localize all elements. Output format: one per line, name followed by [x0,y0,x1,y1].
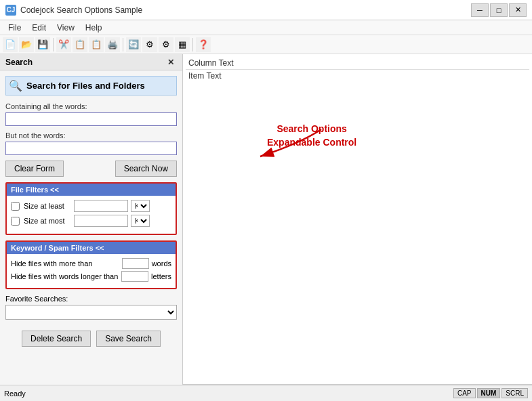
toolbar-sep2 [123,38,123,51]
bottom-buttons-row: Delete Search Save Search [5,331,177,347]
search-heading: 🔍 Search for Files and Folders [5,76,177,96]
size-at-most-label: Size at most [24,217,71,225]
hide-more-than-label: Hide files with more than [11,259,119,268]
size-at-most-input[interactable] [74,215,128,227]
toolbar-settings2[interactable]: ⚙ [159,37,173,52]
toolbar-print[interactable]: 🖨️ [105,37,120,52]
toolbar-sep1 [53,38,54,51]
keyword-filters-header[interactable]: Keyword / Spam Filters << [7,242,176,254]
notcontaining-input[interactable] [5,142,177,155]
annotation-text: Search Options Expandable Control [267,123,356,149]
toolbar-help[interactable]: ❓ [196,37,211,52]
favorite-label: Favorite Searches: [5,295,177,303]
containing-label: Containing all the words: [5,102,177,110]
column-text: Column Text [186,57,529,70]
toolbar-new[interactable]: 📄 [3,37,18,52]
size-at-least-unit[interactable]: KBMBGB [131,200,150,212]
containing-input[interactable] [5,112,177,126]
hide-longer-than-input[interactable] [121,271,148,282]
keyword-filters-section: Keyword / Spam Filters << Hide files wit… [5,240,177,289]
size-at-least-input[interactable] [74,200,128,212]
size-at-least-label: Size at least [24,202,71,210]
close-button[interactable]: ✕ [509,3,527,17]
toolbar-refresh[interactable]: 🔄 [126,37,141,52]
toolbar-open[interactable]: 📂 [19,37,34,52]
toolbar-paste[interactable]: 📋 [89,37,104,52]
menu-help[interactable]: Help [80,22,108,34]
keyword-filters-body: Hide files with more than words Hide fil… [7,254,176,288]
notcontaining-label: But not the words: [5,131,177,140]
toolbar-sep3 [192,38,193,51]
size-at-most-checkbox[interactable] [11,217,20,226]
hide-more-than-input[interactable] [122,258,149,269]
right-panel: Column Text Item Text Search Options Exp… [183,54,532,385]
menu-file[interactable]: File [3,22,26,34]
delete-search-button[interactable]: Delete Search [22,331,91,347]
minimize-button[interactable]: ─ [471,3,489,17]
favorite-select[interactable] [5,305,177,320]
maximize-button[interactable]: □ [490,3,508,17]
main-layout: Search ✕ 🔍 Search for Files and Folders … [0,54,532,385]
hide-more-than-row: Hide files with more than words [11,258,171,269]
cap-indicator: CAP [453,388,476,398]
title-bar: CJ Codejock Search Options Sample ─ □ ✕ [0,0,532,20]
window-controls: ─ □ ✕ [471,3,527,17]
num-indicator: NUM [477,388,501,398]
save-search-button[interactable]: Save Search [96,331,161,347]
item-text: Item Text [186,70,529,82]
search-panel: Search ✕ 🔍 Search for Files and Folders … [0,54,183,385]
annotation-container: Search Options Expandable Control [186,82,529,217]
panel-header: Search ✕ [0,54,182,70]
search-now-button[interactable]: Search Now [115,161,177,177]
words-unit: words [152,259,171,268]
size-at-least-row: Size at least KBMBGB [11,200,171,212]
file-filters-header[interactable]: File Filters << [7,184,176,196]
hide-longer-than-label: Hide files with words longer than [11,272,119,280]
file-filters-section: File Filters << Size at least KBMBGB [5,182,177,235]
app-icon: CJ [5,5,16,16]
toolbar-cut[interactable]: ✂️ [56,37,71,52]
status-indicators: CAP NUM SCRL [453,388,528,398]
menu-edit[interactable]: Edit [26,22,52,34]
favorite-searches-group: Favorite Searches: [5,295,177,325]
status-bar: Ready CAP NUM SCRL [0,385,532,401]
menu-view[interactable]: View [52,22,80,34]
clear-form-button[interactable]: Clear Form [5,161,64,177]
scrl-indicator: SCRL [502,388,528,398]
size-at-least-checkbox[interactable] [11,202,20,211]
toolbar-copy[interactable]: 📋 [73,37,87,52]
containing-field-group: Containing all the words: [5,102,177,126]
toolbar: 📄 📂 💾 ✂️ 📋 📋 🖨️ 🔄 ⚙ ⚙ ▦ ❓ [0,35,532,54]
panel-title: Search [5,58,33,67]
letters-unit: letters [151,272,171,280]
size-at-most-unit[interactable]: KBMBGB [131,215,150,227]
status-text: Ready [4,389,453,398]
toolbar-save[interactable]: 💾 [35,37,50,52]
notcontaining-field-group: But not the words: [5,131,177,155]
action-buttons-row: Clear Form Search Now [5,161,177,177]
toolbar-settings1[interactable]: ⚙ [142,37,157,52]
file-filters-body: Size at least KBMBGB Size at most KBMBGB [7,196,176,234]
size-at-most-row: Size at most KBMBGB [11,215,171,227]
list-area: Column Text Item Text Search Options Exp… [183,54,532,385]
toolbar-grid[interactable]: ▦ [175,37,190,52]
window-title: Codejock Search Options Sample [20,5,471,15]
panel-content: 🔍 Search for Files and Folders Containin… [0,70,182,385]
search-heading-text: Search for Files and Folders [26,81,145,91]
search-heading-icon: 🔍 [9,79,22,92]
hide-longer-than-row: Hide files with words longer than letter… [11,271,171,282]
panel-close-button[interactable]: ✕ [165,58,177,67]
menu-bar: File Edit View Help [0,20,532,35]
